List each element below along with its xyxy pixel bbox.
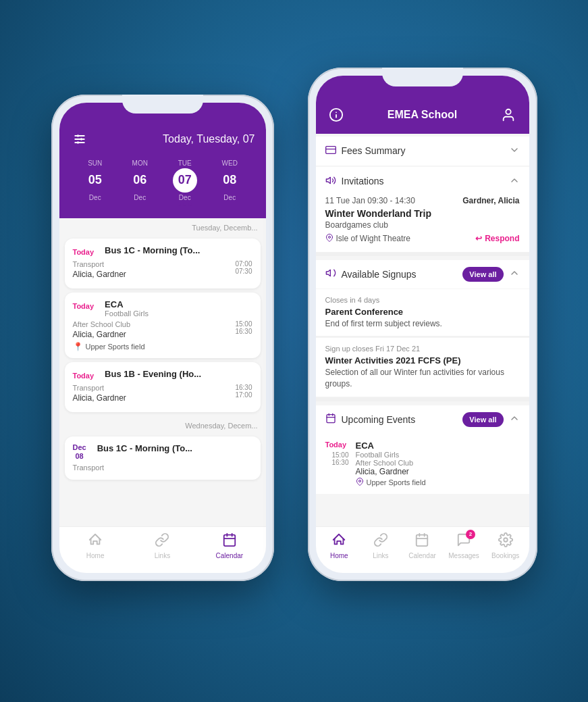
upcoming-view-all-button[interactable]: View all bbox=[462, 412, 503, 427]
date-divider-wed: Wednesday, Decem... bbox=[59, 416, 266, 432]
signups-title: Available Signups bbox=[342, 269, 463, 280]
calendar-icon-left bbox=[222, 532, 237, 551]
activity-time-1: 07:00 07:30 bbox=[229, 260, 252, 275]
activity-title-2: ECA bbox=[105, 299, 252, 309]
event-today-badge: Today bbox=[325, 441, 349, 449]
event-football: Football Girls bbox=[356, 451, 520, 459]
svg-point-3 bbox=[76, 134, 78, 136]
fees-chevron-down bbox=[509, 145, 520, 157]
activity-dec08: Dec08 Bus 1C - Morning (To... Transport bbox=[65, 436, 261, 480]
event-time: 15:0016:30 bbox=[325, 451, 349, 466]
invitations-header[interactable]: Invitations bbox=[316, 167, 529, 196]
right-nav-links[interactable]: Links bbox=[364, 532, 398, 559]
home-icon-left bbox=[88, 532, 103, 551]
left-screen-body: Tuesday, Decemb... Today Bus 1C - Mornin… bbox=[59, 218, 266, 526]
cal-day-wed[interactable]: WED 08 Dec bbox=[213, 159, 246, 206]
signups-header[interactable]: Available Signups View all bbox=[316, 260, 529, 289]
location-pin-icon bbox=[325, 234, 333, 244]
divider-1 bbox=[316, 252, 529, 256]
svg-rect-19 bbox=[327, 415, 335, 423]
svg-point-4 bbox=[80, 138, 82, 140]
event-location: Upper Sports field bbox=[356, 478, 520, 487]
svg-marker-16 bbox=[326, 177, 330, 183]
signups-icon bbox=[325, 268, 336, 280]
right-nav-bookings-label: Bookings bbox=[491, 552, 519, 559]
activity-eca: Today ECA Football Girls After School Cl… bbox=[65, 293, 261, 358]
speaker-icon bbox=[325, 175, 336, 188]
activity-bus-morning: Today Bus 1C - Morning (To... Transport … bbox=[65, 239, 261, 289]
cal-dots bbox=[178, 203, 192, 206]
activity-title-4: Bus 1C - Morning (To... bbox=[97, 443, 252, 453]
cal-day-sun[interactable]: SUN 05 Dec bbox=[78, 159, 112, 206]
event-title: ECA bbox=[356, 441, 520, 451]
dec08-badge: Dec08 bbox=[73, 443, 86, 460]
person-icon[interactable] bbox=[499, 105, 518, 124]
activity-type-3: Transport bbox=[73, 384, 126, 392]
right-nav-messages-label: Messages bbox=[448, 552, 479, 559]
cal-day-tue[interactable]: TUE 07 Dec bbox=[168, 159, 202, 206]
location-icon-2: 📍 bbox=[73, 342, 83, 351]
activity-type-4: Transport bbox=[73, 463, 252, 472]
card-icon bbox=[325, 145, 336, 157]
signup-divider bbox=[316, 336, 529, 337]
invitations-title: Invitations bbox=[342, 176, 509, 186]
today-badge-3: Today bbox=[73, 372, 95, 380]
signup-title-2: Winter Activities 2021 FCFS (PE) bbox=[325, 355, 520, 366]
activity-person-3: Alicia, Gardner bbox=[73, 393, 126, 403]
signup-closes-2: Sign up closes Fri 17 Dec 21 bbox=[325, 345, 520, 353]
right-nav-messages[interactable]: 2 Messages bbox=[447, 532, 481, 559]
activity-time-2: 15:00 16:30 bbox=[229, 320, 252, 335]
signup-desc-1: End of first term subject reviews. bbox=[325, 318, 520, 330]
upcoming-chevron-up bbox=[509, 413, 520, 426]
activity-bus-evening: Today Bus 1B - Evening (Ho... Transport … bbox=[65, 362, 261, 412]
left-header: Today, Tuesday, 07 SUN 05 Dec MON 06 Dec bbox=[59, 103, 266, 218]
respond-button[interactable]: ↩ Respond bbox=[475, 234, 519, 243]
svg-point-13 bbox=[506, 109, 511, 114]
left-nav-home[interactable]: Home bbox=[78, 532, 112, 559]
right-nav-calendar-label: Calendar bbox=[408, 552, 436, 559]
date-divider-tue: Tuesday, Decemb... bbox=[59, 218, 266, 234]
reply-icon: ↩ bbox=[475, 234, 482, 243]
svg-point-28 bbox=[504, 538, 508, 542]
event-location-icon bbox=[356, 478, 364, 487]
svg-point-23 bbox=[358, 480, 360, 482]
invitations-chevron-up bbox=[509, 175, 520, 188]
signups-view-all-button[interactable]: View all bbox=[462, 267, 503, 282]
svg-point-17 bbox=[328, 236, 330, 238]
event-person: Alicia, Gardner bbox=[356, 467, 520, 476]
right-nav-home[interactable]: Home bbox=[322, 532, 356, 559]
activity-type-1: Transport bbox=[73, 260, 126, 268]
today-badge-2: Today bbox=[73, 302, 95, 310]
invitation-date: 11 Tue Jan 09:30 - 14:30 bbox=[325, 196, 415, 205]
upcoming-events-header[interactable]: Upcoming Events View all bbox=[316, 405, 529, 434]
left-nav-calendar[interactable]: Calendar bbox=[213, 532, 246, 559]
right-nav-bookings[interactable]: Bookings bbox=[489, 532, 523, 559]
left-nav-home-label: Home bbox=[86, 552, 105, 559]
calendar-icon-right bbox=[415, 532, 429, 551]
fees-summary-header[interactable]: Fees Summary bbox=[316, 136, 529, 166]
signups-chevron-up bbox=[509, 268, 520, 280]
right-phone: EMEA School Fe bbox=[308, 68, 537, 581]
right-nav-calendar[interactable]: Calendar bbox=[405, 532, 439, 559]
invitation-person: Gardner, Alicia bbox=[462, 196, 519, 205]
activity-sub-2: Football Girls bbox=[105, 309, 252, 318]
link-icon-right bbox=[373, 532, 388, 551]
left-nav-links[interactable]: Links bbox=[145, 532, 179, 559]
fees-summary-title: Fees Summary bbox=[342, 145, 509, 156]
info-icon[interactable] bbox=[327, 105, 346, 124]
invitation-club: Boardgames club bbox=[325, 220, 520, 230]
left-nav-links-label: Links bbox=[155, 552, 170, 559]
today-badge-1: Today bbox=[73, 248, 95, 256]
left-nav-calendar-label: Calendar bbox=[216, 552, 244, 559]
invitation-title: Winter Wonderland Trip bbox=[325, 208, 520, 219]
upcoming-title: Upcoming Events bbox=[342, 414, 463, 425]
cal-day-mon[interactable]: MON 06 Dec bbox=[123, 159, 157, 206]
right-bottom-nav: Home Links bbox=[316, 526, 529, 573]
sliders-icon[interactable] bbox=[70, 130, 89, 149]
right-header-title: EMEA School bbox=[387, 109, 457, 121]
bookings-icon bbox=[498, 532, 513, 551]
message-icon: 2 bbox=[456, 532, 471, 551]
signup-card-1: Closes in 4 days Parent Conference End o… bbox=[316, 289, 529, 336]
right-notch bbox=[382, 68, 463, 86]
left-screen: Today, Tuesday, 07 SUN 05 Dec MON 06 Dec bbox=[59, 103, 266, 573]
